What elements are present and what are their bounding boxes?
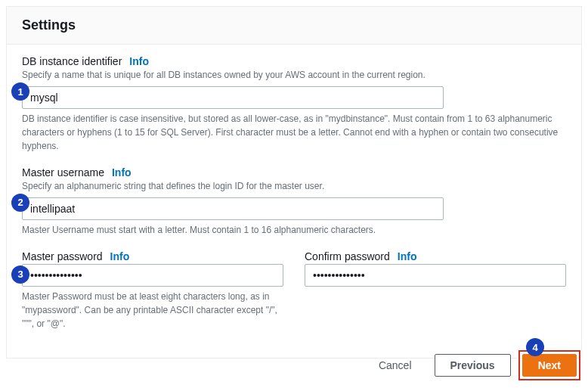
confirm-password-label: Confirm password: [305, 250, 390, 262]
db-identifier-label: DB instance identifier: [22, 55, 122, 67]
panel-header: Settings: [7, 7, 581, 45]
panel-body: DB instance identifier Info Specify a na…: [7, 45, 581, 358]
master-password-info-link[interactable]: Info: [110, 250, 130, 262]
next-button[interactable]: Next: [522, 354, 577, 377]
master-password-help: Master Password must be at least eight c…: [22, 290, 279, 331]
db-identifier-help: DB instance identifier is case insensiti…: [22, 112, 566, 153]
master-password-group: Master password Info 3 Master Password m…: [22, 250, 283, 331]
next-highlight-box: 4 Next: [518, 350, 580, 380]
db-identifier-input[interactable]: [22, 86, 444, 109]
confirm-password-group: Confirm password Info: [305, 250, 566, 331]
settings-panel: Settings DB instance identifier Info Spe…: [6, 6, 582, 359]
page-title: Settings: [22, 17, 566, 33]
confirm-password-input[interactable]: [305, 264, 566, 287]
cancel-button[interactable]: Cancel: [364, 355, 427, 376]
master-username-group: Master username Info Specify an alphanum…: [22, 166, 566, 237]
master-password-label: Master password: [22, 250, 103, 262]
db-identifier-desc: Specify a name that is unique for all DB…: [22, 69, 566, 82]
step-badge-1: 1: [11, 82, 29, 101]
master-username-help: Master Username must start with a letter…: [22, 223, 566, 237]
master-username-label: Master username: [22, 166, 104, 178]
master-password-input[interactable]: [22, 264, 283, 287]
master-username-input[interactable]: [22, 197, 444, 220]
step-badge-4: 4: [526, 338, 544, 356]
password-row: Master password Info 3 Master Password m…: [22, 250, 566, 331]
previous-button[interactable]: Previous: [435, 354, 511, 377]
confirm-password-info-link[interactable]: Info: [398, 250, 417, 262]
step-badge-3: 3: [11, 265, 29, 284]
footer-actions: Cancel Previous 4 Next: [364, 350, 580, 380]
master-username-info-link[interactable]: Info: [112, 166, 132, 178]
step-badge-2: 2: [11, 194, 29, 212]
master-username-desc: Specify an alphanumeric string that defi…: [22, 180, 566, 193]
db-identifier-info-link[interactable]: Info: [129, 55, 149, 67]
db-identifier-group: DB instance identifier Info Specify a na…: [22, 55, 566, 153]
